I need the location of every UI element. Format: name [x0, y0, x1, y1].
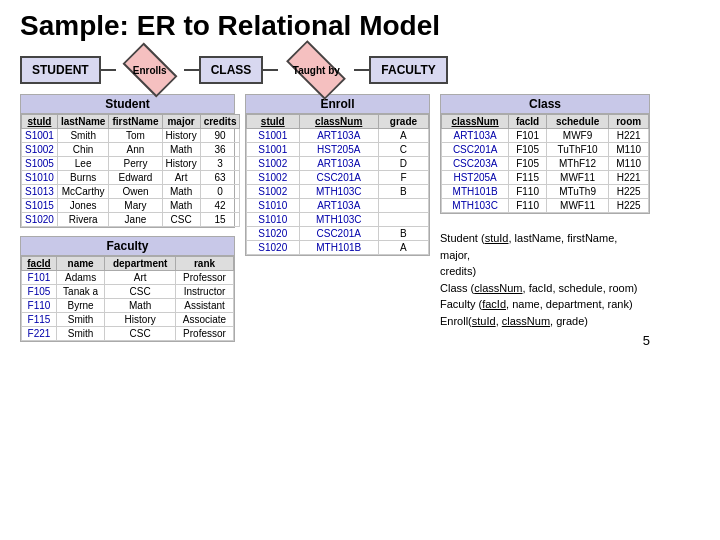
faculty-col-name: name: [56, 257, 104, 271]
table-cell: F: [378, 171, 428, 185]
table-cell: ART103A: [299, 199, 378, 213]
table-cell: Jane: [109, 213, 162, 227]
faculty-col-rank: rank: [176, 257, 234, 271]
faculty-table: Faculty facId name department rank F101A…: [20, 236, 235, 342]
student-col-lastname: lastName: [57, 115, 108, 129]
table-cell: F101: [22, 271, 57, 285]
table-cell: Tom: [109, 129, 162, 143]
bottom-line2: credits): [440, 263, 650, 280]
table-cell: [378, 213, 428, 227]
er-diagram: STUDENT Enrolls CLASS Taught by FACULTY: [20, 52, 700, 88]
taughtby-diamond: Taught by: [278, 52, 354, 88]
table-cell: F221: [22, 327, 57, 341]
table-cell: S1020: [22, 213, 58, 227]
table-cell: 15: [200, 213, 240, 227]
table-cell: CSC: [105, 327, 176, 341]
table-cell: S1001: [247, 143, 300, 157]
table-row: S1020MTH101BA: [247, 241, 429, 255]
table-cell: Art: [105, 271, 176, 285]
table-cell: H225: [609, 185, 649, 199]
table-cell: History: [162, 129, 200, 143]
student-table: Student stuId lastName firstName major c…: [20, 94, 235, 228]
table-cell: Instructor: [176, 285, 234, 299]
enroll-col-grade: grade: [378, 115, 428, 129]
bottom-line1: Student (stuId, lastName, firstName, maj…: [440, 230, 650, 263]
table-cell: Math: [105, 299, 176, 313]
table-row: S1010MTH103C: [247, 213, 429, 227]
table-cell: ART103A: [299, 157, 378, 171]
table-cell: Professor: [176, 327, 234, 341]
table-cell: Jones: [57, 199, 108, 213]
table-cell: B: [378, 185, 428, 199]
table-row: S1002ART103AD: [247, 157, 429, 171]
table-cell: 90: [200, 129, 240, 143]
table-cell: Associate: [176, 313, 234, 327]
table-cell: A: [378, 241, 428, 255]
table-cell: Art: [162, 171, 200, 185]
class-table: Class classNum facId schedule room ART10…: [440, 94, 650, 214]
table-cell: M110: [609, 157, 649, 171]
table-cell: F105: [509, 143, 547, 157]
table-cell: A: [378, 129, 428, 143]
table-row: S1001HST205AC: [247, 143, 429, 157]
table-cell: HST205A: [299, 143, 378, 157]
class-table-title: Class: [441, 95, 649, 114]
table-cell: Owen: [109, 185, 162, 199]
table-cell: MWF9: [546, 129, 608, 143]
table-cell: F105: [22, 285, 57, 299]
table-cell: F110: [509, 185, 547, 199]
table-row: S1010ART103A: [247, 199, 429, 213]
table-row: S1002MTH103CB: [247, 185, 429, 199]
table-row: F101AdamsArtProfessor: [22, 271, 234, 285]
student-entity: STUDENT: [20, 56, 101, 84]
table-cell: H225: [609, 199, 649, 213]
table-cell: F110: [22, 299, 57, 313]
table-cell: Tanak a: [56, 285, 104, 299]
class-col-facid: facId: [509, 115, 547, 129]
table-cell: ART103A: [299, 129, 378, 143]
table-cell: S1001: [247, 129, 300, 143]
table-cell: Mary: [109, 199, 162, 213]
table-cell: CSC: [162, 213, 200, 227]
class-col-room: room: [609, 115, 649, 129]
enroll-table: Enroll stuId classNum grade S1001ART103A…: [245, 94, 430, 256]
enroll-col-stuid: stuId: [247, 115, 300, 129]
table-cell: H221: [609, 171, 649, 185]
table-row: S1015JonesMaryMath42: [22, 199, 240, 213]
table-cell: Chin: [57, 143, 108, 157]
table-cell: Rivera: [57, 213, 108, 227]
table-row: F105Tanak aCSCInstructor: [22, 285, 234, 299]
faculty-col-facid: facId: [22, 257, 57, 271]
table-row: ART103AF101MWF9H221: [442, 129, 649, 143]
class-entity: CLASS: [199, 56, 264, 84]
table-cell: H221: [609, 129, 649, 143]
table-cell: 0: [200, 185, 240, 199]
student-col-major: major: [162, 115, 200, 129]
student-col-credits: credits: [200, 115, 240, 129]
table-row: F221SmithCSCProfessor: [22, 327, 234, 341]
page-title: Sample: ER to Relational Model: [20, 10, 700, 42]
table-row: F110ByrneMathAssistant: [22, 299, 234, 313]
table-cell: F110: [509, 199, 547, 213]
table-row: S1010BurnsEdwardArt63: [22, 171, 240, 185]
table-cell: F115: [22, 313, 57, 327]
table-row: S1001SmithTomHistory90: [22, 129, 240, 143]
table-cell: S1002: [247, 157, 300, 171]
table-cell: Perry: [109, 157, 162, 171]
table-cell: MThF12: [546, 157, 608, 171]
table-cell: S1002: [247, 185, 300, 199]
table-cell: McCarthy: [57, 185, 108, 199]
student-table-title: Student: [21, 95, 234, 114]
table-cell: S1020: [247, 241, 300, 255]
faculty-entity: FACULTY: [369, 56, 447, 84]
table-row: S1020RiveraJaneCSC15: [22, 213, 240, 227]
table-cell: MTH101B: [442, 185, 509, 199]
table-row: S1001ART103AA: [247, 129, 429, 143]
table-cell: S1013: [22, 185, 58, 199]
table-cell: MWF11: [546, 171, 608, 185]
table-cell: CSC: [105, 285, 176, 299]
enrolls-diamond: Enrolls: [116, 52, 184, 88]
enroll-table-title: Enroll: [246, 95, 429, 114]
table-cell: 42: [200, 199, 240, 213]
table-cell: CSC201A: [299, 171, 378, 185]
